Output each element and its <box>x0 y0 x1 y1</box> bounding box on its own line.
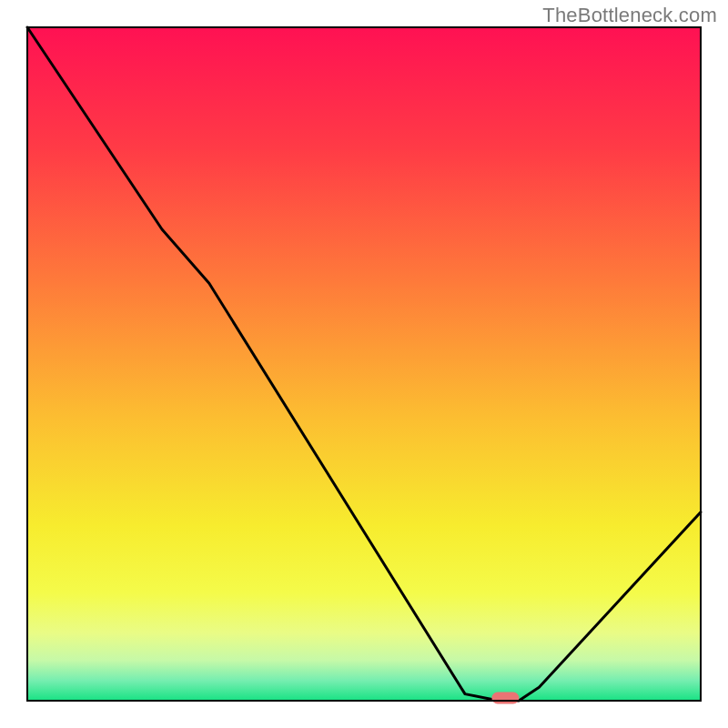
chart-container: TheBottleneck.com <box>0 0 728 728</box>
optimal-marker <box>491 693 519 704</box>
bottleneck-chart <box>0 0 728 728</box>
watermark-text: TheBottleneck.com <box>542 4 717 27</box>
chart-background <box>27 27 701 701</box>
